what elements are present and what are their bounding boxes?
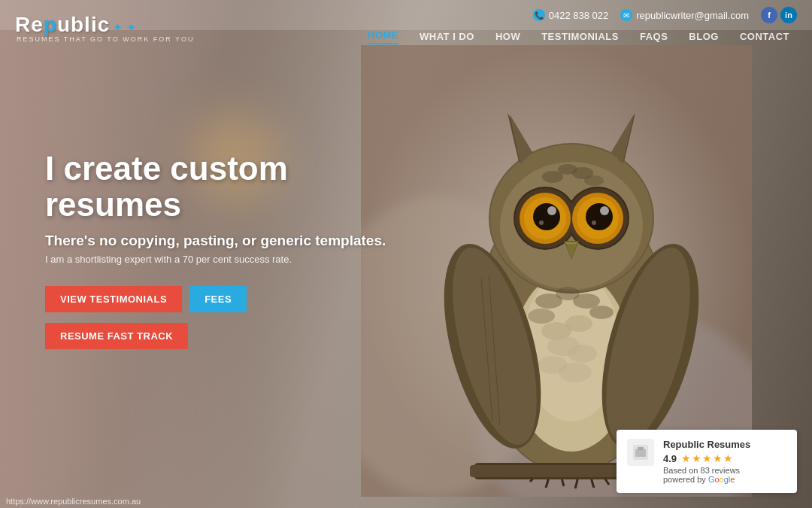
nav-links: HOME WHAT I DO HOW TESTIMONIALS FAQS BLO… bbox=[368, 13, 789, 44]
reviews-widget: Republic Resumes 4.9 ★ ★ ★ ★ ★ Based on … bbox=[617, 430, 797, 493]
svg-rect-57 bbox=[635, 449, 646, 457]
svg-point-31 bbox=[600, 206, 609, 215]
star-rating: ★ ★ ★ ★ ★ bbox=[681, 452, 733, 464]
reviews-powered-by: powered by Google bbox=[663, 475, 786, 484]
svg-point-46 bbox=[589, 306, 614, 319]
view-testimonials-button[interactable]: VIEW TESTIMONIALS bbox=[45, 286, 182, 312]
reviews-count: Based on 83 reviews bbox=[663, 466, 786, 475]
svg-point-28 bbox=[533, 203, 560, 230]
reviews-company-icon bbox=[627, 439, 654, 466]
svg-point-12 bbox=[559, 363, 592, 382]
reviews-rating-row: 4.9 ★ ★ ★ ★ ★ bbox=[663, 452, 786, 464]
button-row-1: VIEW TESTIMONIALS FEES bbox=[45, 286, 421, 312]
star-1: ★ bbox=[681, 452, 691, 464]
star-2: ★ bbox=[692, 452, 701, 464]
resume-fast-track-button[interactable]: RESUME FAST TRACK bbox=[45, 323, 188, 349]
svg-point-29 bbox=[586, 203, 613, 230]
svg-point-8 bbox=[565, 315, 592, 332]
button-row-2: RESUME FAST TRACK bbox=[45, 323, 421, 349]
hero-subtitle: There's no copying, pasting, or generic … bbox=[45, 233, 421, 249]
nav-testimonials[interactable]: TESTIMONIALS bbox=[541, 31, 619, 42]
star-3: ★ bbox=[702, 452, 712, 464]
svg-point-45 bbox=[573, 294, 600, 309]
reviews-content: Republic Resumes 4.9 ★ ★ ★ ★ ★ Based on … bbox=[663, 439, 786, 484]
svg-point-32 bbox=[539, 221, 544, 225]
hero-title: I create custom resumes bbox=[45, 151, 421, 224]
hero-description: I am a shortlisting expert with a 70 per… bbox=[45, 254, 421, 265]
star-5-half: ★ bbox=[723, 452, 733, 464]
logo[interactable]: Republic ✦ ✦ RESUMES THAT GO TO WORK FOR… bbox=[15, 14, 195, 43]
svg-point-33 bbox=[592, 221, 596, 225]
navbar: Republic ✦ ✦ RESUMES THAT GO TO WORK FOR… bbox=[0, 0, 812, 56]
logo-stars: ✦ ✦ bbox=[113, 20, 135, 35]
nav-how[interactable]: HOW bbox=[495, 31, 520, 42]
fees-button[interactable]: FEES bbox=[189, 286, 247, 312]
nav-home[interactable]: HOME bbox=[368, 29, 398, 44]
svg-point-30 bbox=[547, 206, 556, 215]
logo-tagline: RESUMES THAT GO TO WORK FOR YOU bbox=[17, 35, 195, 43]
reviews-score: 4.9 bbox=[663, 453, 677, 464]
nav-faqs[interactable]: FAQS bbox=[640, 31, 668, 42]
nav-contact[interactable]: CONTACT bbox=[740, 31, 789, 42]
nav-what-i-do[interactable]: WHAT I DO bbox=[420, 31, 474, 42]
svg-point-51 bbox=[584, 175, 604, 186]
url-bar: https://www.republicresumes.com.au bbox=[0, 494, 147, 508]
svg-point-48 bbox=[542, 171, 563, 183]
svg-rect-58 bbox=[638, 447, 644, 450]
hero-content: I create custom resumes There's no copyi… bbox=[45, 151, 421, 349]
svg-point-47 bbox=[528, 309, 555, 324]
svg-point-10 bbox=[568, 345, 597, 363]
reviews-company-name: Republic Resumes bbox=[663, 439, 786, 450]
star-4: ★ bbox=[713, 452, 723, 464]
nav-blog[interactable]: BLOG bbox=[689, 31, 719, 42]
logo-text: Republic bbox=[15, 14, 110, 35]
google-logo: Google bbox=[708, 475, 735, 484]
